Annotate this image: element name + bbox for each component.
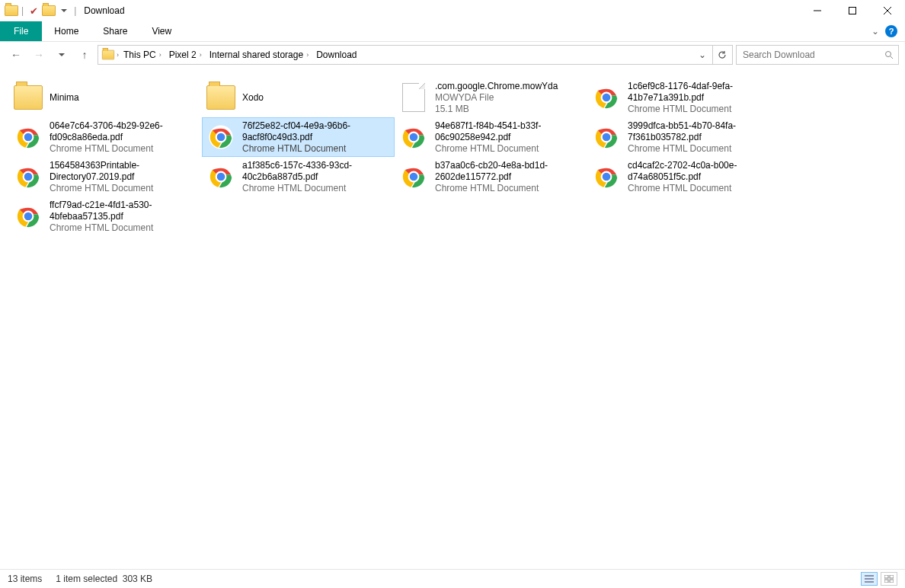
title-bar: | ✔ | Download xyxy=(0,0,905,21)
breadcrumb[interactable]: Internal shared storage› xyxy=(206,48,312,62)
file-text: cd4caf2c-2702-4c0a-b00e-d74a68051f5c.pdf… xyxy=(628,160,776,194)
file-name: 1c6ef9c8-1176-4daf-9efa-41b7e71a391b.pdf xyxy=(628,81,776,104)
address-dropdown-icon[interactable]: ⌄ xyxy=(696,50,709,60)
file-text: 1c6ef9c8-1176-4daf-9efa-41b7e71a391b.pdf… xyxy=(628,81,776,115)
breadcrumb[interactable]: Pixel 2› xyxy=(166,48,205,62)
file-name: Minima xyxy=(50,92,198,104)
file-name: 3999dfca-bb51-4b70-84fa-7f361b035782.pdf xyxy=(628,120,776,143)
chrome-icon xyxy=(13,161,43,192)
address-folder-icon xyxy=(102,50,114,60)
window-controls xyxy=(800,0,905,21)
file-item[interactable]: 76f25e82-cf04-4e9a-96b6-9acf8f0c49d3.pdf… xyxy=(202,117,395,157)
file-type: Chrome HTML Document xyxy=(50,183,198,194)
qat-customize-icon[interactable] xyxy=(57,4,71,18)
chrome-icon xyxy=(13,122,43,152)
file-text: 064e7c64-3706-4b29-92e6-fd09c8a86eda.pdf… xyxy=(50,120,198,155)
tab-share[interactable]: Share xyxy=(91,21,139,41)
file-text: 3999dfca-bb51-4b70-84fa-7f361b035782.pdf… xyxy=(628,120,776,155)
chrome-icon xyxy=(13,201,43,232)
chrome-icon xyxy=(591,122,622,152)
help-icon[interactable]: ? xyxy=(885,25,897,37)
file-name: ffcf79ad-c21e-4fd1-a530-4bfebaa57135.pdf xyxy=(50,200,198,222)
folder-item[interactable]: Minima xyxy=(9,78,202,117)
file-text: Xodo xyxy=(242,92,391,104)
file-item[interactable]: 3999dfca-bb51-4b70-84fa-7f361b035782.pdf… xyxy=(587,117,780,157)
chrome-icon xyxy=(206,161,236,192)
search-icon xyxy=(884,50,894,59)
file-item[interactable]: 94e687f1-f84b-4541-b33f-06c90258e942.pdf… xyxy=(395,117,587,157)
file-size: 15.1 MB xyxy=(435,104,584,115)
svg-rect-1 xyxy=(849,8,856,14)
file-list[interactable]: MinimaXodo.com.google.Chrome.mowYdaMOWYD… xyxy=(0,72,905,570)
maximize-button[interactable] xyxy=(835,0,870,21)
chrome-icon xyxy=(206,122,236,152)
ribbon-collapse-icon[interactable]: ⌄ xyxy=(871,26,879,37)
file-name: Xodo xyxy=(242,92,391,104)
svg-point-4 xyxy=(886,52,891,57)
file-name: .com.google.Chrome.mowYda xyxy=(435,81,584,92)
file-type: Chrome HTML Document xyxy=(628,143,776,155)
file-text: 1564584363Printable-Directory07.2019.pdf… xyxy=(50,160,198,194)
file-text: ffcf79ad-c21e-4fd1-a530-4bfebaa57135.pdf… xyxy=(50,200,198,234)
back-button[interactable]: ← xyxy=(6,45,26,65)
chrome-icon xyxy=(591,82,622,113)
file-name: 064e7c64-3706-4b29-92e6-fd09c8a86eda.pdf xyxy=(50,120,198,143)
file-type: MOWYDA File xyxy=(435,92,584,104)
svg-line-5 xyxy=(891,56,893,59)
breadcrumb[interactable]: This PC› xyxy=(120,48,165,62)
separator: | xyxy=(21,5,24,16)
file-tab[interactable]: File xyxy=(0,21,42,41)
properties-icon[interactable]: ✔ xyxy=(27,4,40,18)
file-text: Minima xyxy=(50,92,198,104)
file-item[interactable]: cd4caf2c-2702-4c0a-b00e-d74a68051f5c.pdf… xyxy=(587,157,780,197)
file-item[interactable]: 1564584363Printable-Directory07.2019.pdf… xyxy=(9,157,202,197)
file-type: Chrome HTML Document xyxy=(242,143,391,155)
separator: | xyxy=(74,5,76,16)
file-text: a1f385c6-157c-4336-93cd-40c2b6a887d5.pdf… xyxy=(242,160,391,194)
refresh-button[interactable] xyxy=(712,45,733,65)
tab-home[interactable]: Home xyxy=(42,21,91,41)
file-type: Chrome HTML Document xyxy=(50,143,198,155)
folder-item[interactable]: Xodo xyxy=(202,78,395,117)
file-name: 94e687f1-f84b-4541-b33f-06c90258e942.pdf xyxy=(435,120,584,143)
minimize-button[interactable] xyxy=(800,0,835,21)
chrome-icon xyxy=(398,161,429,192)
file-text: 76f25e82-cf04-4e9a-96b6-9acf8f0c49d3.pdf… xyxy=(242,120,391,155)
status-bar: 13 items 1 item selected 303 KB xyxy=(0,569,905,588)
file-type: Chrome HTML Document xyxy=(242,183,391,194)
file-item[interactable]: a1f385c6-157c-4336-93cd-40c2b6a887d5.pdf… xyxy=(202,157,395,197)
chevron-right-icon[interactable]: › xyxy=(117,51,119,59)
search-box[interactable] xyxy=(736,45,899,65)
file-item[interactable]: ffcf79ad-c21e-4fd1-a530-4bfebaa57135.pdf… xyxy=(9,197,202,236)
file-name: 1564584363Printable-Directory07.2019.pdf xyxy=(50,160,198,183)
address-bar[interactable]: › This PC› Pixel 2› Internal shared stor… xyxy=(98,45,713,65)
file-type: Chrome HTML Document xyxy=(435,183,584,194)
new-folder-icon[interactable] xyxy=(42,4,56,18)
file-name: 76f25e82-cf04-4e9a-96b6-9acf8f0c49d3.pdf xyxy=(242,120,391,143)
file-type: Chrome HTML Document xyxy=(50,222,198,234)
details-view-button[interactable] xyxy=(861,572,878,586)
file-name: a1f385c6-157c-4336-93cd-40c2b6a887d5.pdf xyxy=(242,160,391,183)
recent-locations-icon[interactable] xyxy=(52,45,72,65)
file-item[interactable]: 1c6ef9c8-1176-4daf-9efa-41b7e71a391b.pdf… xyxy=(587,78,780,117)
search-input[interactable] xyxy=(741,49,866,61)
file-item[interactable]: b37aa0c6-cb20-4e8a-bd1d-2602de115772.pdf… xyxy=(395,157,587,197)
file-type: Chrome HTML Document xyxy=(628,183,776,194)
file-item[interactable]: .com.google.Chrome.mowYdaMOWYDA File15.1… xyxy=(395,78,587,117)
file-type: Chrome HTML Document xyxy=(628,104,776,115)
up-button[interactable]: ↑ xyxy=(75,45,94,65)
file-text: .com.google.Chrome.mowYdaMOWYDA File15.1… xyxy=(435,81,584,115)
app-folder-icon xyxy=(5,4,18,18)
file-name: b37aa0c6-cb20-4e8a-bd1d-2602de115772.pdf xyxy=(435,160,584,183)
file-text: 94e687f1-f84b-4541-b33f-06c90258e942.pdf… xyxy=(435,120,584,155)
quick-access-toolbar: | ✔ | Download xyxy=(5,4,125,18)
breadcrumb[interactable]: Download xyxy=(313,48,360,62)
window-title: Download xyxy=(84,5,124,16)
large-icons-view-button[interactable] xyxy=(881,572,897,586)
close-button[interactable] xyxy=(870,0,905,21)
forward-button[interactable]: → xyxy=(29,45,49,65)
file-text: b37aa0c6-cb20-4e8a-bd1d-2602de115772.pdf… xyxy=(435,160,584,194)
file-item[interactable]: 064e7c64-3706-4b29-92e6-fd09c8a86eda.pdf… xyxy=(9,117,202,157)
tab-view[interactable]: View xyxy=(139,21,184,41)
svg-rect-12 xyxy=(890,580,894,583)
